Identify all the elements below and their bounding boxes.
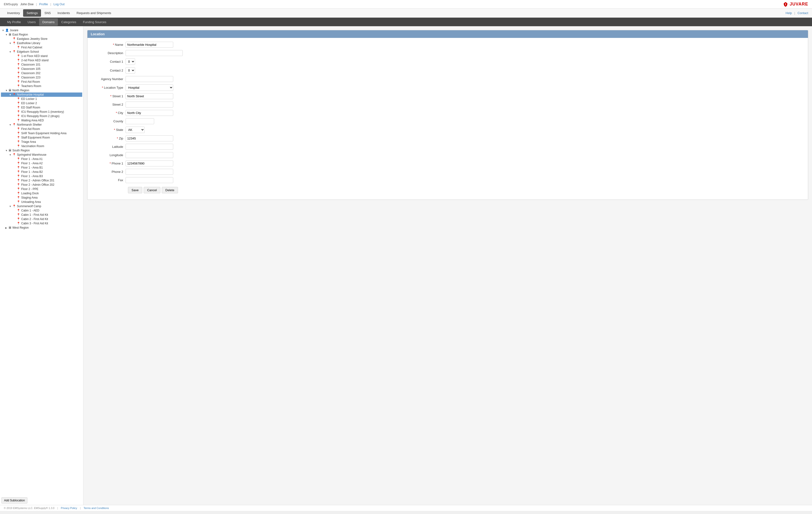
tree-node-vaccination-room[interactable]: 📍 Vaccination Room bbox=[1, 144, 82, 148]
toggle-icon bbox=[13, 76, 17, 79]
tree-node-2nd-aed[interactable]: 📍 2-nd Floor AED stand bbox=[1, 58, 82, 62]
tab-funding-sources[interactable]: Funding Sources bbox=[80, 18, 110, 26]
description-input[interactable] bbox=[125, 50, 183, 56]
tree-node-west-region[interactable]: ▶ 🏛 West Region bbox=[1, 225, 82, 230]
tree-node-floor2-admin201[interactable]: 📍 Floor 2 - Admin Office 201 bbox=[1, 178, 82, 183]
help-link[interactable]: Help bbox=[786, 11, 792, 15]
tree-node-staging-area[interactable]: 📍 Staging Area bbox=[1, 195, 82, 200]
tab-domains[interactable]: Domains bbox=[39, 18, 58, 26]
tree-node-cabin3-fak[interactable]: 📍 Cabin 3 - First Aid Kit bbox=[1, 221, 82, 225]
tree-node-south-region[interactable]: ▼ 🏛 South Region bbox=[1, 148, 82, 153]
tree-node-floor2-admin202[interactable]: 📍 Floor 2 - Admin Office 202 bbox=[1, 183, 82, 187]
node-label: 2-nd Floor AED stand bbox=[21, 59, 49, 62]
location-form: Location Name Description Contact 1 ⇕ Co… bbox=[87, 30, 808, 200]
location-type-select[interactable]: Hospital Clinic School Warehouse Shelter… bbox=[125, 84, 173, 91]
tree-node-classroom105[interactable]: 📍 Classroom 105 bbox=[1, 67, 82, 71]
tab-settings[interactable]: Settings bbox=[23, 9, 41, 17]
node-label: West Region bbox=[12, 226, 29, 229]
tree-node-springwind[interactable]: ▼ 📍 Springwind Warehouse bbox=[1, 153, 82, 157]
tree-node-staff-equipment-room[interactable]: 📍 Staff Equipment Room bbox=[1, 135, 82, 140]
toggle-icon bbox=[13, 136, 17, 139]
tree-node-edgeburn[interactable]: ▼ 📍 Edgeburn School bbox=[1, 50, 82, 54]
tree-node-cabin1-aed[interactable]: 📍 Cabin 1 - AED bbox=[1, 208, 82, 213]
tree-node-first-aid-cabinet[interactable]: 📍 First Aid Cabinet bbox=[1, 45, 82, 50]
tab-sns[interactable]: SNS bbox=[41, 9, 54, 17]
city-input[interactable] bbox=[125, 110, 173, 116]
row-zip: Zip bbox=[92, 135, 803, 141]
contact-link[interactable]: Contact bbox=[798, 11, 808, 15]
tree-node-north-region[interactable]: ▼ 🏛 North Region bbox=[1, 88, 82, 92]
tree-node-floor1-b3[interactable]: 📍 Floor 1 - Area B3 bbox=[1, 174, 82, 178]
tree-node-unloading-area[interactable]: 📍 Unloading Area bbox=[1, 200, 82, 204]
tree-node-summerwolf[interactable]: ▼ 📍 Summerwolf Camp bbox=[1, 204, 82, 208]
row-street2: Street 2 bbox=[92, 102, 803, 108]
tree-node-eastglass[interactable]: 📍 Eastglass Jewelry Store bbox=[1, 37, 82, 41]
terms-link[interactable]: Terms and Conditions bbox=[84, 507, 109, 510]
tab-my-profile[interactable]: My Profile bbox=[4, 18, 24, 26]
pin-icon: 📍 bbox=[17, 72, 20, 75]
agency-number-input[interactable] bbox=[125, 76, 173, 82]
node-label: Floor 1 - Area B2 bbox=[21, 170, 43, 173]
privacy-link[interactable]: Privacy Policy bbox=[61, 507, 77, 510]
tree-node-ed-locker1[interactable]: 📍 ED Locker 1 bbox=[1, 97, 82, 101]
node-label: First Aid Cabinet bbox=[21, 46, 42, 49]
tree-node-icu-resupply2[interactable]: 📍 ICU Resupply Room 2 (drugs) bbox=[1, 114, 82, 118]
tree-node-first-aid-room-northmarsh[interactable]: 📍 First Aid Room bbox=[1, 127, 82, 131]
save-button[interactable]: Save bbox=[128, 187, 142, 193]
tree-node-floor2-ppe[interactable]: 📍 Floor 2 - PPE bbox=[1, 187, 82, 191]
tree-node-northmarble-hospital[interactable]: ▼ 📍 Northmarble Hospital bbox=[1, 92, 82, 97]
add-sublocation-button[interactable]: Add Sublocation bbox=[1, 497, 27, 504]
tree-node-floor1-b1[interactable]: 📍 Floor 1 - Area B1 bbox=[1, 165, 82, 170]
tree-node-loading-dock[interactable]: 📍 Loading Dock bbox=[1, 191, 82, 195]
tree-node-floor1-a1[interactable]: 📍 Floor 1 - Area A1 bbox=[1, 157, 82, 161]
tab-users[interactable]: Users bbox=[24, 18, 39, 26]
toggle-icon bbox=[13, 175, 17, 178]
tree-node-waiting-area-aed[interactable]: 📍 Waiting Area AED bbox=[1, 118, 82, 123]
phone2-input[interactable] bbox=[125, 169, 173, 175]
fax-input[interactable] bbox=[125, 177, 173, 183]
profile-link[interactable]: Profile bbox=[39, 2, 48, 6]
zip-input[interactable] bbox=[125, 135, 173, 141]
tree-node-icu-resupply1[interactable]: 📍 ICU Resupply Room 1 (inventory) bbox=[1, 110, 82, 114]
tree-node-cabin2-fak[interactable]: 📍 Cabin 2 - First Aid Kit bbox=[1, 217, 82, 221]
contact2-select[interactable]: ⇕ bbox=[125, 67, 135, 74]
tree-node-cabin1-fak[interactable]: 📍 Cabin 1 - First Aid Kit bbox=[1, 213, 82, 217]
tree-node-floor1-a2[interactable]: 📍 Floor 1 - Area A2 bbox=[1, 161, 82, 165]
tree-node-1st-aed[interactable]: 📍 1-st Floor AED stand bbox=[1, 54, 82, 58]
tab-categories[interactable]: Categories bbox=[58, 18, 80, 26]
tree-node-juvare[interactable]: ▼ 👤 Juvare bbox=[1, 28, 82, 32]
pin-icon: 📍 bbox=[17, 102, 20, 105]
tree-node-first-aid-room-edgeburn[interactable]: 📍 First Aid Room bbox=[1, 80, 82, 84]
tab-inventory[interactable]: Inventory bbox=[4, 9, 23, 17]
tab-requests[interactable]: Requests and Shipments bbox=[73, 9, 114, 17]
tree-node-classroom202[interactable]: 📍 Classroom 202 bbox=[1, 71, 82, 75]
tree-node-easthollow[interactable]: ▼ 📍 Easthollow Library bbox=[1, 41, 82, 45]
row-contact1: Contact 1 ⇕ bbox=[92, 58, 803, 65]
tree-node-classroom223[interactable]: 📍 Classroom 223 bbox=[1, 75, 82, 80]
delete-button[interactable]: Delete bbox=[162, 187, 178, 193]
latitude-input[interactable] bbox=[125, 144, 173, 150]
phone1-input[interactable] bbox=[125, 160, 173, 166]
street1-input[interactable] bbox=[125, 93, 173, 99]
longitude-input[interactable] bbox=[125, 152, 173, 158]
county-input[interactable] bbox=[125, 118, 154, 124]
tree-node-floor1-b2[interactable]: 📍 Floor 1 - Area B2 bbox=[1, 170, 82, 174]
row-street1: Street 1 bbox=[92, 93, 803, 99]
tree-node-ed-locker2[interactable]: 📍 ED Locker 2 bbox=[1, 101, 82, 105]
tab-incidents[interactable]: Incidents bbox=[54, 9, 73, 17]
state-select[interactable]: AKALARAZCA COCTDEFLGA HIIAIDILIN KSKYLAM… bbox=[125, 127, 145, 133]
tree-node-northmarsh-shelter[interactable]: ▼ 📍 Northmarsh Shelter bbox=[1, 123, 82, 127]
pin-icon: 📍 bbox=[17, 54, 20, 58]
tree-node-teachers-room[interactable]: 📍 Teachers Room bbox=[1, 84, 82, 88]
logout-link[interactable]: Log Out bbox=[54, 2, 64, 6]
tree-node-ed-staff-room[interactable]: 📍 ED Staff Room bbox=[1, 105, 82, 110]
tree-node-east-region[interactable]: ▼ 🏛 East Region bbox=[1, 32, 82, 37]
street2-input[interactable] bbox=[125, 102, 173, 108]
tree-node-triage-area[interactable]: 📍 Triage Area bbox=[1, 140, 82, 144]
tree-node-classroom101[interactable]: 📍 Classroom 101 bbox=[1, 62, 82, 67]
cancel-button[interactable]: Cancel bbox=[144, 187, 161, 193]
name-input[interactable] bbox=[125, 42, 173, 48]
tree-node-sar-team[interactable]: 📍 SAR Team Equipment Holding Area bbox=[1, 131, 82, 135]
node-label: Springwind Warehouse bbox=[17, 153, 47, 156]
contact1-select[interactable]: ⇕ bbox=[125, 58, 135, 65]
